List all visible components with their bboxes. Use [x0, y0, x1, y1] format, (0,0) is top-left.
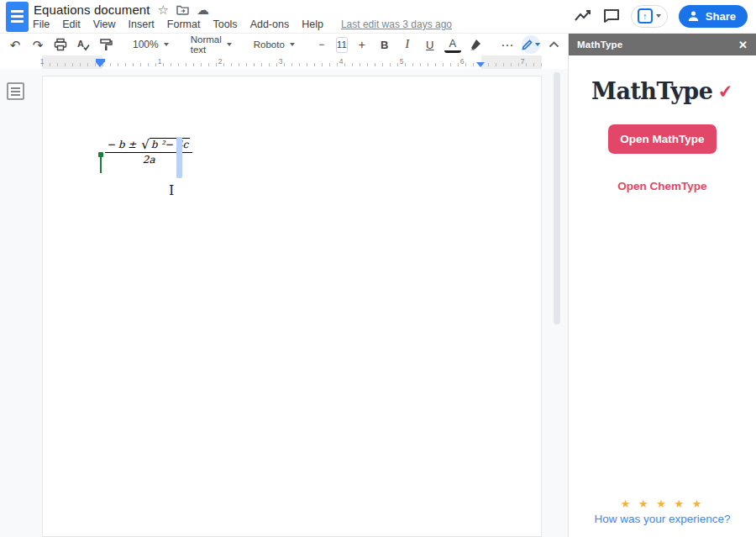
zoom-select[interactable]: 100%	[129, 39, 172, 50]
italic-button[interactable]: I	[399, 36, 416, 53]
text-cursor-ibeam: I	[169, 182, 174, 198]
menu-tools[interactable]: Tools	[213, 18, 237, 30]
radical-sign: √	[141, 140, 150, 150]
share-button[interactable]: Share	[679, 5, 748, 28]
undo-button[interactable]: ↶	[7, 36, 24, 53]
cloud-status-icon[interactable]: ☁	[197, 4, 209, 15]
chevron-down-icon	[535, 43, 540, 46]
spellcheck-button[interactable]: A	[75, 36, 92, 53]
mathtype-panel-header: MathType ✕	[569, 34, 756, 55]
ruler-number: 1	[155, 57, 164, 66]
paragraph-style-select[interactable]: Normal text	[187, 34, 235, 55]
equation-selection-bar	[176, 137, 182, 178]
highlight-color-button[interactable]	[467, 36, 484, 53]
left-indent-marker[interactable]	[96, 59, 105, 67]
ruler-number: 5	[397, 57, 406, 66]
equation-radicand: b ²− 4c	[150, 138, 191, 150]
chevron-down-icon	[656, 14, 661, 18]
collaborator-caret	[100, 155, 102, 173]
document-canvas: − b ± √b ²− 4c 2a I	[0, 69, 568, 537]
star-rating[interactable]: ★ ★ ★ ★ ★	[621, 498, 705, 510]
toolbar: ↶ ↷ A 100% Normal text Roboto − 11 + B I…	[0, 34, 568, 55]
ruler-number: 4	[337, 57, 345, 66]
font-size-input[interactable]: 11	[336, 37, 348, 53]
experience-feedback-link[interactable]: How was your experience?	[594, 513, 730, 525]
move-folder-icon[interactable]	[176, 4, 189, 15]
chevron-down-icon	[290, 43, 295, 46]
header-actions: ↑ Share	[574, 0, 748, 32]
open-chemtype-link[interactable]: Open ChemType	[617, 180, 706, 192]
star-favorite-icon[interactable]: ☆	[158, 4, 169, 15]
paint-format-button[interactable]	[97, 36, 114, 53]
ruler-left-margin	[42, 55, 102, 69]
arrow-up-icon: ↑	[638, 8, 653, 24]
chevron-down-icon	[227, 43, 232, 46]
pencil-icon	[522, 39, 533, 50]
ruler-ticks	[42, 63, 542, 66]
menu-bar: File Edit View Insert Format Tools Add-o…	[33, 17, 452, 32]
menu-view[interactable]: View	[93, 18, 116, 30]
ruler-number: 6	[458, 57, 466, 66]
text-color-button[interactable]: A	[444, 36, 461, 53]
more-options-button[interactable]: ⋯	[499, 36, 516, 53]
ruler-number: 1	[38, 57, 46, 66]
mathtype-logo: MathType ✔	[591, 78, 733, 104]
show-outline-button[interactable]	[7, 82, 24, 100]
person-icon	[687, 10, 700, 22]
menu-file[interactable]: File	[33, 18, 50, 30]
underline-button[interactable]: U	[422, 36, 438, 53]
checkmark-icon: ✔	[717, 81, 734, 103]
svg-text:A: A	[77, 39, 84, 49]
increase-font-size-button[interactable]: +	[354, 36, 370, 53]
ruler-number: 3	[276, 57, 285, 66]
panel-title: MathType	[577, 39, 622, 50]
decrease-font-size-button[interactable]: −	[313, 36, 330, 53]
bold-button[interactable]: B	[376, 36, 393, 53]
close-icon[interactable]: ✕	[738, 39, 748, 50]
last-edit-link[interactable]: Last edit was 3 days ago	[341, 18, 452, 30]
menu-addons[interactable]: Add-ons	[250, 18, 290, 30]
font-family-select[interactable]: Roboto	[250, 39, 298, 50]
title-row: Equations document ☆ ☁	[34, 1, 209, 18]
menu-help[interactable]: Help	[302, 18, 323, 30]
right-indent-marker[interactable]	[476, 62, 485, 67]
menu-edit[interactable]: Edit	[62, 18, 81, 30]
app-header: Equations document ☆ ☁ File Edit View In…	[0, 0, 756, 34]
editing-mode-button[interactable]	[522, 35, 540, 54]
hide-menus-button[interactable]	[546, 36, 563, 53]
comments-icon[interactable]	[603, 8, 620, 24]
menu-format[interactable]: Format	[167, 18, 201, 30]
open-mathtype-button[interactable]: Open MathType	[608, 124, 717, 154]
redo-button[interactable]: ↷	[29, 36, 46, 53]
document-title[interactable]: Equations document	[34, 3, 150, 17]
present-button[interactable]: ↑	[631, 5, 668, 28]
menu-insert[interactable]: Insert	[129, 18, 155, 30]
panel-footer: ★ ★ ★ ★ ★ How was your experience?	[594, 498, 730, 525]
vertical-scrollbar[interactable]	[554, 72, 560, 324]
insights-icon[interactable]	[574, 8, 592, 24]
equation-numerator-prefix: − b ±	[107, 139, 139, 150]
google-docs-logo-icon[interactable]	[6, 2, 29, 32]
print-button[interactable]	[52, 36, 69, 53]
ruler-number: 2	[216, 57, 224, 66]
mathtype-sidebar-panel: MathType ✕ MathType ✔ Open MathType Open…	[568, 34, 756, 537]
chevron-down-icon	[164, 43, 169, 46]
ruler-number: 7	[518, 57, 527, 66]
ruler-right-margin	[481, 55, 542, 69]
horizontal-ruler[interactable]: 1 1 2 3 4 5 6 7	[0, 55, 568, 69]
